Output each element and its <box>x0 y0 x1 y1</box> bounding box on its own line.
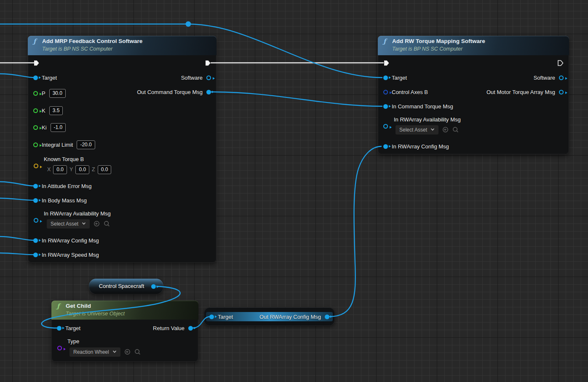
in-rwarray-availability-msg-label: In RWArray Availability Msg <box>394 116 461 123</box>
chevron-down-icon <box>112 350 117 353</box>
reroute-node[interactable] <box>186 22 191 27</box>
target-pin[interactable] <box>209 315 214 319</box>
node-get-child[interactable]: ƒ Get Child Target is Universe Object Ta… <box>51 301 198 362</box>
pin-row-in-rwarray-config-msg: In RWArray Config Msg <box>33 236 99 245</box>
asset-picker-row: Select Asset <box>47 219 110 229</box>
out-motor-torque-array-msg-pin[interactable] <box>559 90 564 94</box>
node-out-rwarray-config-msg[interactable]: Target Out RWArray Config Msg <box>204 307 335 326</box>
target-pin[interactable] <box>383 75 388 80</box>
in-command-torque-msg-pin[interactable] <box>383 104 388 109</box>
node-subtitle: Target is BP NS SC Computer <box>392 46 462 52</box>
known-torque-b-pin[interactable] <box>34 164 38 168</box>
pin-label: K <box>42 108 45 114</box>
pin-label: Ki <box>42 124 47 131</box>
pin-label: In RWArray Speed Msg <box>42 252 99 258</box>
reaction-wheel-label: Reaction Wheel <box>73 349 109 355</box>
in-rwarray-availability-msg-pin[interactable] <box>383 124 388 129</box>
select-asset-dropdown[interactable]: Select Asset <box>47 219 90 229</box>
pin-row-p: P 30.0 <box>33 89 66 97</box>
node-header[interactable]: ƒ Get Child Target is Universe Object <box>51 301 198 320</box>
in-rwarray-config-msg-pin[interactable] <box>33 238 38 243</box>
p-value-input[interactable]: 30.0 <box>49 89 66 98</box>
pin-label: In Command Torque Msg <box>392 103 453 110</box>
pin-row-out-motor-torque-array-msg: Out Motor Torque Array Msg <box>486 88 564 96</box>
in-body-mass-msg-pin[interactable] <box>33 198 38 203</box>
pin-label: P <box>42 90 45 97</box>
wire-reroute-to-rw-target <box>188 24 382 78</box>
in-attitude-error-msg-pin[interactable] <box>33 184 38 188</box>
exec-pin-icon <box>383 60 390 66</box>
node-header[interactable]: ƒ Add RW Torque Mapping Software Target … <box>378 36 569 55</box>
pin-row-integral-limit: Integral Limit -20.0 <box>33 140 95 149</box>
control-spacecraft-out-pin[interactable] <box>151 284 156 289</box>
return-value-pin[interactable] <box>188 326 193 331</box>
select-asset-dropdown[interactable]: Select Asset <box>396 125 438 135</box>
node-title: Add MRP Feedback Control Software <box>42 38 142 44</box>
pin-label: Target <box>392 75 407 81</box>
node-subtitle: Target is BP NS SC Computer <box>42 46 112 52</box>
pin-label: Return Value <box>153 325 184 331</box>
reaction-wheel-dropdown[interactable]: Reaction Wheel <box>69 347 120 357</box>
function-icon: ƒ <box>33 38 36 45</box>
pin-label: Integral Limit <box>42 142 73 148</box>
browse-search-icon[interactable] <box>134 349 141 355</box>
known-torque-b-vector-row: X 0.0 Y 0.0 Z 0.0 <box>47 165 111 174</box>
pin-row-out-command-torque-msg: Out Command Torque Msg <box>137 88 211 96</box>
exec-out-pin[interactable] <box>205 59 211 67</box>
in-rwarray-config-msg-pin[interactable] <box>383 144 388 149</box>
ki-pin[interactable] <box>33 125 38 130</box>
y-axis-label: Y <box>69 167 73 172</box>
use-selected-asset-icon[interactable] <box>442 126 449 133</box>
k-pin[interactable] <box>33 108 38 113</box>
pin-row-software-out: Software <box>534 73 564 82</box>
browse-search-icon[interactable] <box>452 126 459 133</box>
node-subtitle: Target is Universe Object <box>66 311 125 317</box>
exec-in-pin[interactable] <box>33 59 40 67</box>
x-axis-label: X <box>47 167 51 172</box>
function-icon: ƒ <box>57 302 59 310</box>
pin-label: In RWArray Config Msg <box>42 237 99 244</box>
pin-label: Out Command Torque Msg <box>137 89 203 95</box>
wire-compact-to-rw-config <box>329 146 382 317</box>
target-pin[interactable] <box>57 326 61 331</box>
exec-out-pin[interactable] <box>557 59 564 67</box>
node-header[interactable]: ƒ Add MRP Feedback Control Software Targ… <box>28 36 216 55</box>
p-pin[interactable] <box>33 91 38 96</box>
asset-picker-row: Select Asset <box>396 125 459 135</box>
integral-limit-value-input[interactable]: -20.0 <box>77 140 95 149</box>
use-selected-asset-icon[interactable] <box>124 349 131 355</box>
pin-label: Software <box>534 75 555 81</box>
exec-in-pin[interactable] <box>383 59 390 67</box>
type-pin[interactable] <box>57 346 62 350</box>
target-pin[interactable] <box>33 75 38 80</box>
control-axes-b-pin[interactable] <box>383 90 388 94</box>
pin-row-return-value: Return Value <box>153 324 193 332</box>
pin-row-software-out: Software <box>181 73 211 82</box>
z-value-input[interactable]: 0.0 <box>98 165 112 174</box>
browse-search-icon[interactable] <box>104 221 110 227</box>
y-value-input[interactable]: 0.0 <box>75 165 89 174</box>
pin-row-target: Target <box>33 73 57 82</box>
blueprint-graph-canvas[interactable]: { "canvas": { "background": "#282828", "… <box>0 0 588 382</box>
software-out-pin[interactable] <box>206 75 211 80</box>
node-add-mrp-feedback-control-software[interactable]: ƒ Add MRP Feedback Control Software Targ… <box>28 36 216 263</box>
pin-row-control-axes-b: Control Axes B <box>383 88 428 96</box>
pin-label: Control Axes B <box>392 89 428 95</box>
in-rwarray-availability-msg-pin[interactable] <box>34 218 38 223</box>
pin-label: In Body Mass Msg <box>42 197 87 204</box>
in-rwarray-speed-msg-pin[interactable] <box>33 253 38 257</box>
pin-label: Target <box>42 75 57 81</box>
x-value-input[interactable]: 0.0 <box>53 165 67 174</box>
node-control-spacecraft-getter[interactable]: Control Spacecraft <box>89 279 163 294</box>
out-rwarray-config-msg-pin[interactable] <box>325 315 329 319</box>
pin-row-in-rwarray-speed-msg: In RWArray Speed Msg <box>33 250 99 259</box>
node-add-rw-torque-mapping-software[interactable]: ƒ Add RW Torque Mapping Software Target … <box>378 36 569 154</box>
use-selected-asset-icon[interactable] <box>94 221 100 227</box>
ki-value-input[interactable]: -1.0 <box>51 123 66 132</box>
integral-limit-pin[interactable] <box>33 143 38 147</box>
out-command-torque-msg-pin[interactable] <box>206 90 211 94</box>
k-value-input[interactable]: 3.5 <box>49 106 63 115</box>
pin-label: In Attitude Error Msg <box>42 183 92 189</box>
pin-row-target: Target <box>209 312 233 321</box>
software-out-pin[interactable] <box>559 75 564 80</box>
